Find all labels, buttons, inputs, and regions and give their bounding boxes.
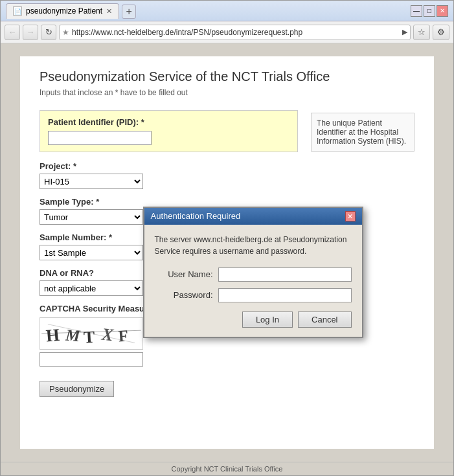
tab-close-button[interactable]: ✕ bbox=[106, 7, 112, 16]
page-footer: Copyright NCT Clinical Trials Office bbox=[1, 462, 453, 475]
title-bar: 📄 pseudonymize Patient ✕ + — □ ✕ bbox=[1, 1, 453, 21]
footer-text: Copyright NCT Clinical Trials Office bbox=[172, 465, 283, 473]
auth-dialog: Authentication Required ✕ The server www… bbox=[143, 207, 363, 338]
new-tab-button[interactable]: + bbox=[122, 5, 136, 19]
cancel-button[interactable]: Cancel bbox=[298, 312, 351, 328]
address-star-icon: ★ bbox=[62, 28, 69, 37]
back-button[interactable]: ← bbox=[5, 25, 20, 40]
auth-dialog-overlay: Authentication Required ✕ The server www… bbox=[1, 43, 453, 462]
login-button[interactable]: Log In bbox=[242, 312, 293, 328]
tab-area: 📄 pseudonymize Patient ✕ + bbox=[6, 3, 405, 19]
browser-tab[interactable]: 📄 pseudonymize Patient ✕ bbox=[6, 3, 119, 19]
tab-title: pseudonymize Patient bbox=[26, 6, 102, 16]
address-bar-container: ★ ▶ bbox=[59, 25, 411, 40]
tools-button[interactable]: ⚙ bbox=[433, 25, 449, 40]
auth-dialog-close-button[interactable]: ✕ bbox=[345, 211, 356, 221]
password-field-row: Password: bbox=[155, 288, 352, 302]
page-content-area: Pseudonymization Service of the NCT Tria… bbox=[1, 43, 453, 462]
go-button[interactable]: ▶ bbox=[402, 28, 407, 36]
refresh-button[interactable]: ↻ bbox=[41, 25, 56, 40]
window-controls: — □ ✕ bbox=[411, 5, 448, 17]
browser-window: 📄 pseudonymize Patient ✕ + — □ ✕ ← → ↻ ★… bbox=[0, 0, 454, 476]
auth-dialog-body: The server www.nct-heidelberg.de at Pseu… bbox=[144, 225, 362, 337]
browser-toolbar: ← → ↻ ★ ▶ ☆ ⚙ bbox=[1, 21, 453, 43]
auth-dialog-title-bar: Authentication Required ✕ bbox=[144, 208, 362, 225]
auth-dialog-title-text: Authentication Required bbox=[151, 211, 241, 221]
username-label: User Name: bbox=[155, 269, 213, 279]
close-button[interactable]: ✕ bbox=[437, 5, 448, 17]
auth-dialog-buttons: Log In Cancel bbox=[155, 312, 352, 328]
forward-button[interactable]: → bbox=[23, 25, 38, 40]
address-bar-input[interactable] bbox=[72, 28, 400, 37]
password-label: Password: bbox=[155, 290, 213, 300]
password-input[interactable] bbox=[218, 288, 352, 302]
minimize-button[interactable]: — bbox=[411, 5, 422, 17]
auth-message: The server www.nct-heidelberg.de at Pseu… bbox=[155, 234, 352, 257]
username-field-row: User Name: bbox=[155, 267, 352, 282]
username-input[interactable] bbox=[218, 267, 352, 282]
favorites-button[interactable]: ☆ bbox=[413, 25, 430, 40]
tab-favicon: 📄 bbox=[13, 6, 22, 16]
maximize-button[interactable]: □ bbox=[424, 5, 435, 17]
